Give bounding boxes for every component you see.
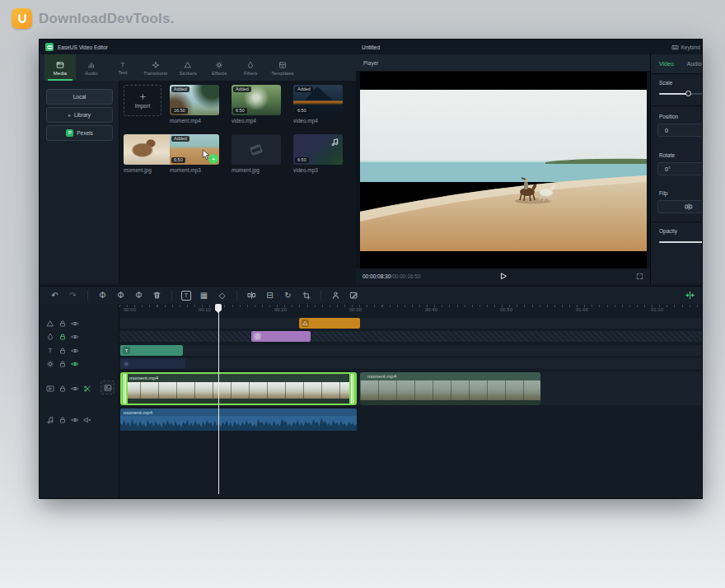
duration-badge: 6:50 [295, 108, 309, 114]
text-track-icon: T [46, 347, 54, 354]
tab-media[interactable]: Media [44, 54, 76, 81]
media-thumbnail-video-mp4[interactable]: Added 6:50 [293, 85, 343, 115]
lock-icon[interactable] [58, 360, 67, 368]
delete-button[interactable] [152, 290, 162, 301]
tab-text[interactable]: T Text [107, 54, 138, 81]
tab-effects[interactable]: Effects [203, 54, 235, 81]
keyboard-icon [671, 44, 679, 51]
add-text-button[interactable]: T [181, 291, 191, 301]
media-thumbnail-moment-mp4[interactable]: Added 16:50 [170, 85, 219, 115]
snap-playhead-button[interactable] [685, 289, 695, 304]
text-clip-icon: T [123, 347, 130, 354]
source-local[interactable]: Local [46, 89, 113, 105]
flip-clip-button[interactable] [246, 290, 257, 301]
keyframe-button[interactable]: ◇ [217, 290, 227, 301]
site-name: DownloadDevTools. [39, 11, 175, 27]
trim-handle-left[interactable] [122, 374, 128, 404]
video-preview[interactable] [360, 72, 647, 269]
speed-button[interactable]: ⊟ [264, 290, 275, 301]
eye-icon-hidden[interactable] [71, 360, 79, 368]
trim-right-button[interactable]: Φ [133, 290, 144, 301]
eye-icon[interactable] [71, 320, 79, 328]
scale-slider-knob[interactable] [685, 91, 691, 96]
split-button[interactable]: Φ [97, 290, 108, 301]
image-icon [104, 384, 112, 392]
inspector-tab-audio[interactable]: Audio [687, 61, 702, 67]
adjust-button[interactable] [348, 290, 359, 301]
scale-slider-track[interactable] [659, 93, 688, 95]
media-thumbnail-moment-jpg[interactable] [232, 134, 281, 165]
clip-label: moment.mp4 [120, 408, 357, 416]
media-item: 6:50 video.mp3 [293, 134, 343, 173]
tab-audio[interactable]: Audio [76, 54, 107, 81]
trim-handle-right[interactable] [349, 374, 355, 404]
player-controls: 00:00:08:30/00:00:16:50 [356, 268, 650, 284]
media-thumbnail-video-mp3[interactable]: 6:50 [293, 134, 343, 165]
redo-button[interactable]: ↷ [68, 290, 78, 301]
video-clip-1-selected[interactable]: moment.mp4 [120, 372, 357, 405]
source-library[interactable]: ▸ Library [46, 107, 113, 123]
lock-icon[interactable] [58, 416, 67, 424]
source-pexels[interactable]: P Pexels [46, 125, 113, 141]
rotate-input[interactable]: 0° [657, 162, 702, 175]
play-button[interactable] [356, 272, 650, 281]
media-thumbnail-moment-mp3[interactable]: Added 6:50 + [170, 134, 219, 165]
filter-clip[interactable] [251, 331, 311, 342]
tab-stickers[interactable]: Stickers [172, 54, 203, 81]
set-cover-button[interactable] [101, 380, 115, 394]
media-thumbnail-video-mp4[interactable]: Added 6:50 [232, 85, 281, 115]
eye-icon[interactable] [71, 385, 79, 393]
position-input[interactable]: 0 [657, 124, 702, 137]
rotate-button[interactable]: ↻ [283, 290, 293, 301]
crop-button[interactable] [301, 290, 311, 301]
timeline: 00:00 00:10 00:20 00:30 00:40 00:50 01:0… [40, 304, 702, 498]
effect-clip[interactable] [120, 358, 185, 369]
flip-button[interactable] [657, 200, 702, 213]
flip-horizontal-icon [685, 203, 693, 211]
keybindings-button[interactable]: Keybind [671, 40, 701, 54]
project-title: Untitled [40, 44, 702, 50]
playhead-line[interactable] [218, 304, 219, 494]
ribbon-tabs: Media Audio T Text Transitions Stickers … [40, 54, 356, 81]
eye-icon[interactable] [71, 333, 79, 341]
tab-filters[interactable]: Filters [235, 54, 266, 81]
trim-left-button[interactable]: Φ [115, 290, 126, 301]
eye-icon[interactable] [71, 416, 79, 424]
text-track-lane[interactable] [119, 345, 702, 356]
media-item: Added 6:50 video.mp4 [232, 85, 281, 124]
effect-track-lane[interactable] [119, 358, 702, 369]
media-thumbnail-moment-jpg[interactable] [124, 134, 173, 165]
sticker-track-header [40, 318, 119, 329]
site-logo-icon [16, 12, 29, 26]
video-clip-2[interactable]: moment.mp4 [360, 372, 540, 405]
lock-icon[interactable] [58, 320, 67, 328]
speaker-mute-icon[interactable] [83, 416, 91, 424]
audio-clip[interactable]: moment.mp4 [120, 408, 357, 431]
filter-track-lane[interactable] [119, 331, 702, 342]
eye-icon[interactable] [71, 347, 79, 355]
effect-track-header [40, 358, 119, 369]
mosaic-button[interactable]: ▦ [199, 290, 209, 301]
opacity-slider-track[interactable] [659, 241, 702, 243]
inspector-tab-video[interactable]: Video [659, 61, 674, 67]
sticker-clip[interactable] [299, 318, 360, 329]
lock-icon[interactable] [58, 347, 67, 355]
site-logo[interactable] [12, 8, 32, 29]
media-item: Added 16:50 moment.mp4 [170, 85, 219, 124]
plus-icon [139, 93, 147, 100]
tab-templates[interactable]: Templates [266, 54, 298, 81]
tab-transitions[interactable]: Transitions [138, 54, 172, 81]
lock-icon[interactable] [58, 385, 67, 393]
text-clip[interactable]: T [120, 345, 183, 356]
lock-icon-locked[interactable] [58, 333, 67, 341]
sticker-track-lane[interactable] [119, 318, 702, 329]
undo-button[interactable]: ↶ [49, 290, 60, 301]
media-item: Added 6:50 + moment.mp3 [170, 134, 219, 173]
import-button[interactable]: Import [124, 85, 161, 116]
effects-icon [215, 61, 223, 69]
scissors-icon[interactable] [83, 385, 91, 393]
audio-track-header [40, 414, 119, 426]
media-item: moment.jpg [232, 134, 281, 173]
filter-track-header [40, 331, 119, 342]
voiceover-button[interactable] [330, 290, 341, 301]
